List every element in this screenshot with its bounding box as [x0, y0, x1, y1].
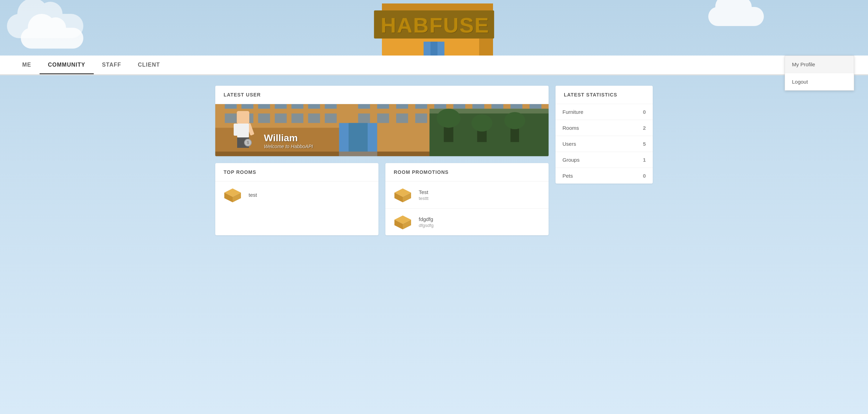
- svg-rect-45: [275, 104, 286, 109]
- room-icon-0: [222, 187, 243, 203]
- pixel-character: $: [231, 111, 255, 156]
- stat-value-rooms: 2: [643, 125, 646, 131]
- nav-staff[interactable]: STAFF: [94, 56, 130, 74]
- svg-rect-56: [491, 104, 503, 109]
- stat-row-groups: Groups 1: [556, 152, 653, 168]
- latest-statistics-header: LATEST STATISTICS: [556, 86, 653, 104]
- promo-room-item-0[interactable]: Test testtt: [385, 181, 549, 208]
- svg-rect-65: [325, 113, 336, 123]
- top-rooms-header: TOP ROOMS: [215, 163, 378, 181]
- user-banner: $ William Welcome to HabboAPI: [215, 104, 549, 156]
- user-dropdown-menu: My Profile Logout: [785, 56, 854, 91]
- room-icon-svg: [222, 187, 243, 203]
- nav-links: ME COMMUNITY STAFF CLIENT: [14, 56, 168, 74]
- svg-rect-66: [358, 113, 370, 123]
- promo-room-subname-1: dfgsdfg: [419, 223, 434, 228]
- top-rooms-card: TOP ROOMS test: [215, 163, 378, 235]
- svg-rect-54: [453, 104, 465, 109]
- promo-room-name-0: Test: [419, 189, 428, 195]
- promo-room-info-1: fdgdfg dfgsdfg: [419, 216, 434, 228]
- navigation-bar: ME COMMUNITY STAFF CLIENT 0 USERS ONLINE…: [0, 56, 868, 75]
- svg-rect-87: [339, 152, 377, 156]
- latest-statistics-card: LATEST STATISTICS Furniture 0 Rooms 2 Us…: [556, 86, 653, 184]
- stat-value-users: 5: [643, 141, 646, 147]
- svg-rect-36: [431, 42, 437, 56]
- header-illustration: HABFUSE: [0, 0, 868, 56]
- room-promotions-card: ROOM PROMOTIONS Test testtt: [385, 163, 549, 235]
- left-column: LATEST USER: [215, 86, 549, 235]
- stat-value-pets: 0: [643, 173, 646, 179]
- promo-room-name-1: fdgdfg: [419, 216, 434, 222]
- svg-rect-49: [358, 104, 370, 109]
- stat-label-users: Users: [562, 141, 576, 147]
- svg-rect-48: [325, 104, 336, 109]
- promo-room-icon-svg-0: [392, 187, 413, 203]
- svg-rect-52: [415, 104, 427, 109]
- promo-room-icon-0: [392, 187, 413, 203]
- promo-room-item-1[interactable]: fdgdfg dfgsdfg: [385, 208, 549, 235]
- promo-room-subname-0: testtt: [419, 196, 428, 201]
- svg-point-80: [437, 109, 461, 128]
- svg-rect-68: [396, 113, 408, 123]
- svg-rect-1: [382, 3, 486, 10]
- stat-label-groups: Groups: [562, 157, 579, 163]
- svg-rect-64: [308, 113, 320, 123]
- main-content: LATEST USER: [208, 86, 660, 235]
- logo-wrapper: HABFUSE: [374, 10, 494, 39]
- stat-label-furniture: Furniture: [562, 109, 583, 115]
- svg-rect-62: [275, 113, 286, 123]
- right-column: LATEST STATISTICS Furniture 0 Rooms 2 Us…: [556, 86, 653, 235]
- stat-row-furniture: Furniture 0: [556, 104, 653, 120]
- stat-label-pets: Pets: [562, 173, 573, 179]
- svg-rect-51: [396, 104, 408, 109]
- svg-rect-63: [291, 113, 303, 123]
- stat-row-pets: Pets 0: [556, 168, 653, 184]
- banner-subtitle: Welcome to HabboAPI: [264, 144, 313, 149]
- dropdown-my-profile[interactable]: My Profile: [785, 56, 854, 73]
- banner-user-info: William Welcome to HabboAPI: [264, 133, 313, 149]
- svg-rect-53: [434, 104, 446, 109]
- promo-room-icon-svg-1: [392, 214, 413, 230]
- room-promotions-header: ROOM PROMOTIONS: [385, 163, 549, 181]
- building-art: HABFUSE: [347, 0, 521, 56]
- promo-room-icon-1: [392, 214, 413, 230]
- top-room-item-0[interactable]: test: [215, 181, 378, 208]
- svg-rect-67: [377, 113, 389, 123]
- latest-user-card: LATEST USER: [215, 86, 549, 156]
- char-coin: $: [244, 139, 252, 146]
- promo-room-info-0: Test testtt: [419, 189, 428, 201]
- nav-me[interactable]: ME: [14, 56, 40, 74]
- user-avatar: $: [226, 108, 260, 156]
- stat-row-rooms: Rooms 2: [556, 120, 653, 136]
- stat-row-users: Users 5: [556, 136, 653, 152]
- char-body: [237, 124, 249, 137]
- stat-label-rooms: Rooms: [562, 125, 579, 131]
- svg-rect-57: [510, 104, 522, 109]
- svg-point-84: [504, 112, 525, 129]
- latest-user-header: LATEST USER: [215, 86, 549, 104]
- char-head: [237, 111, 249, 124]
- stat-value-furniture: 0: [643, 109, 646, 115]
- svg-rect-46: [291, 104, 303, 109]
- svg-rect-55: [473, 104, 484, 109]
- site-logo: HABFUSE: [379, 12, 489, 36]
- svg-rect-86: [349, 123, 368, 156]
- top-room-name-0: test: [249, 192, 257, 198]
- svg-rect-69: [415, 113, 427, 123]
- svg-rect-47: [308, 104, 320, 109]
- svg-rect-50: [377, 104, 389, 109]
- nav-client[interactable]: CLIENT: [130, 56, 168, 74]
- stat-value-groups: 1: [643, 157, 646, 163]
- svg-rect-58: [529, 104, 541, 109]
- rooms-grid: TOP ROOMS test: [215, 163, 549, 235]
- banner-username: William: [264, 133, 313, 144]
- svg-point-82: [471, 115, 492, 132]
- nav-community[interactable]: COMMUNITY: [40, 56, 94, 74]
- dropdown-logout[interactable]: Logout: [785, 73, 854, 90]
